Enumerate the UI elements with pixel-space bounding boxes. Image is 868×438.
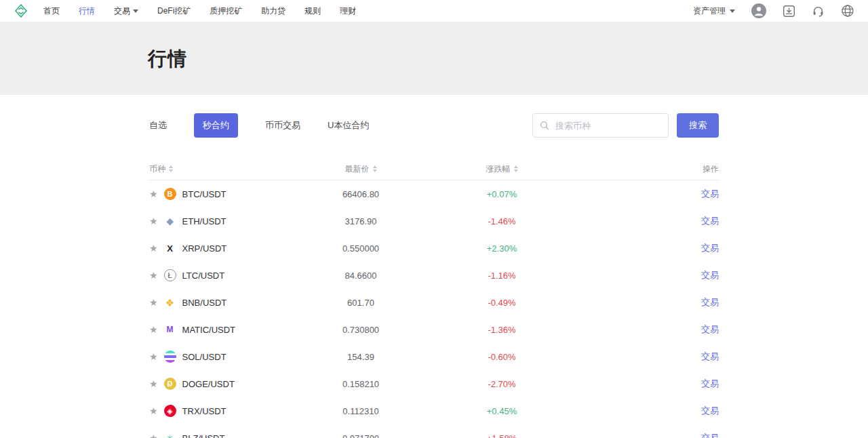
trade-link[interactable]: 交易 bbox=[701, 323, 719, 336]
last-price-value: 0.112310 bbox=[342, 406, 378, 416]
table-row: ★SOL/USDT154.39-0.60%交易 bbox=[149, 343, 719, 370]
nav-item-label: 首页 bbox=[43, 5, 60, 17]
favorite-star-icon[interactable]: ★ bbox=[149, 406, 158, 416]
search-input[interactable] bbox=[554, 120, 661, 132]
nav-item[interactable]: 首页 bbox=[43, 5, 60, 17]
pair-cell: ★XXRP/USDT bbox=[149, 242, 292, 254]
column-header[interactable]: 币种 bbox=[149, 163, 292, 175]
action-cell: 交易 bbox=[574, 215, 719, 227]
btc-coin-icon: B bbox=[164, 188, 176, 200]
last-price-value: 0.730800 bbox=[342, 325, 379, 335]
pair-cell: ★ŁLTC/USDT bbox=[149, 269, 292, 281]
tab-0[interactable]: 自选 bbox=[149, 119, 167, 132]
change-percent: -1.46% bbox=[430, 216, 574, 226]
nav-item-label: DeFi挖矿 bbox=[157, 5, 191, 17]
pair-label: BNB/USDT bbox=[182, 298, 227, 308]
pair-cell: ★✳BLZ/USDT bbox=[149, 432, 292, 438]
change-percent: +0.45% bbox=[430, 406, 574, 416]
nav-item-label: 行情 bbox=[79, 5, 95, 17]
tab-3[interactable]: U本位合约 bbox=[328, 119, 369, 132]
search-button[interactable]: 搜索 bbox=[677, 113, 719, 138]
last-price: 3176.90 bbox=[292, 216, 430, 226]
pair-label: DOGE/USDT bbox=[182, 379, 235, 389]
nav-item[interactable]: 助力贷 bbox=[261, 5, 285, 17]
doge-coin-icon: Ð bbox=[164, 378, 176, 390]
table-row: ★✳BLZ/USDT0.071700+1.58%交易 bbox=[149, 424, 719, 438]
table-header: 币种最新价涨跌幅操作 bbox=[149, 158, 719, 180]
change-percent-value: +0.45% bbox=[487, 406, 517, 416]
last-price-value: 0.071700 bbox=[342, 433, 379, 438]
trade-link[interactable]: 交易 bbox=[701, 405, 719, 417]
favorite-star-icon[interactable]: ★ bbox=[149, 433, 158, 438]
change-percent-value: +1.58% bbox=[487, 433, 517, 438]
action-cell: 交易 bbox=[574, 323, 719, 336]
support-headset-icon[interactable] bbox=[812, 5, 825, 18]
table-row: ★◆ETH/USDT3176.90-1.46%交易 bbox=[149, 207, 719, 235]
nav-item[interactable]: 规则 bbox=[304, 5, 321, 17]
nav-item[interactable]: 行情 bbox=[79, 5, 95, 17]
nav-item-label: 规则 bbox=[304, 5, 321, 17]
change-percent: -0.60% bbox=[430, 352, 574, 362]
tab-seconds-contract[interactable]: 秒合约 bbox=[194, 113, 238, 138]
change-percent: -1.36% bbox=[430, 325, 574, 335]
table-row: ★XXRP/USDT0.550000+2.30%交易 bbox=[149, 235, 719, 262]
nav-item[interactable]: 质押挖矿 bbox=[210, 5, 242, 17]
last-price: 0.071700 bbox=[292, 433, 430, 438]
trade-link[interactable]: 交易 bbox=[701, 432, 719, 438]
trade-link[interactable]: 交易 bbox=[701, 296, 719, 308]
page-title: 行情 bbox=[148, 46, 187, 72]
favorite-star-icon[interactable]: ★ bbox=[149, 379, 158, 389]
last-price-value: 0.550000 bbox=[342, 243, 379, 254]
favorite-star-icon[interactable]: ★ bbox=[149, 189, 158, 199]
last-price-value: 0.158210 bbox=[342, 379, 379, 389]
table-row: ★❖BNB/USDT601.70-0.49%交易 bbox=[149, 289, 719, 316]
bnb-coin-icon: ❖ bbox=[164, 296, 176, 308]
asset-management-label: 资产管理 bbox=[693, 5, 726, 17]
favorite-star-icon[interactable]: ★ bbox=[149, 298, 158, 307]
brand-logo-icon[interactable] bbox=[14, 3, 28, 18]
favorite-star-icon[interactable]: ★ bbox=[149, 325, 158, 334]
change-percent-value: -1.36% bbox=[488, 325, 515, 335]
trade-link[interactable]: 交易 bbox=[701, 269, 719, 281]
column-header[interactable]: 最新价 bbox=[292, 163, 430, 175]
tab-2[interactable]: 币币交易 bbox=[265, 119, 300, 132]
favorite-star-icon[interactable]: ★ bbox=[149, 216, 158, 226]
trade-link[interactable]: 交易 bbox=[701, 378, 719, 390]
trade-link[interactable]: 交易 bbox=[701, 351, 719, 363]
asset-management-menu[interactable]: 资产管理 bbox=[693, 5, 735, 17]
last-price: 601.70 bbox=[292, 298, 430, 308]
language-globe-icon[interactable] bbox=[841, 4, 854, 18]
nav-item[interactable]: 理财 bbox=[340, 5, 356, 17]
sort-icon[interactable] bbox=[373, 165, 377, 172]
column-header-label: 涨跌幅 bbox=[486, 163, 511, 175]
action-cell: 交易 bbox=[574, 188, 719, 200]
chevron-down-icon bbox=[133, 9, 138, 13]
change-percent: +1.58% bbox=[430, 433, 574, 438]
column-header-label: 币种 bbox=[149, 163, 165, 175]
favorite-star-icon[interactable]: ★ bbox=[149, 243, 158, 253]
nav-menu: 首页行情交易DeFi挖矿质押挖矿助力贷规则理财 bbox=[43, 5, 356, 17]
pair-label: MATIC/USDT bbox=[182, 325, 235, 335]
sort-icon[interactable] bbox=[514, 165, 518, 172]
column-header[interactable]: 涨跌幅 bbox=[430, 163, 574, 175]
action-cell: 交易 bbox=[574, 269, 719, 281]
search-box[interactable] bbox=[532, 113, 669, 138]
avatar-icon[interactable] bbox=[751, 3, 766, 18]
search-magnifier-icon bbox=[540, 121, 549, 130]
favorite-star-icon[interactable]: ★ bbox=[149, 271, 158, 280]
change-percent-value: -0.60% bbox=[488, 352, 515, 362]
download-icon[interactable] bbox=[783, 5, 795, 18]
trade-link[interactable]: 交易 bbox=[701, 242, 719, 254]
change-percent-value: -2.70% bbox=[488, 379, 515, 389]
favorite-star-icon[interactable]: ★ bbox=[149, 352, 158, 361]
nav-item[interactable]: 交易 bbox=[114, 5, 138, 17]
nav-item[interactable]: DeFi挖矿 bbox=[157, 5, 191, 17]
last-price: 84.6600 bbox=[292, 271, 430, 281]
last-price-value: 154.39 bbox=[347, 352, 374, 362]
sort-icon[interactable] bbox=[169, 165, 173, 172]
change-percent-value: +2.30% bbox=[487, 243, 517, 254]
trade-link[interactable]: 交易 bbox=[701, 215, 719, 227]
trade-link[interactable]: 交易 bbox=[701, 188, 719, 200]
chevron-down-icon bbox=[730, 9, 735, 13]
market-toolbar: 自选秒合约币币交易U本位合约 搜索 bbox=[149, 113, 719, 138]
